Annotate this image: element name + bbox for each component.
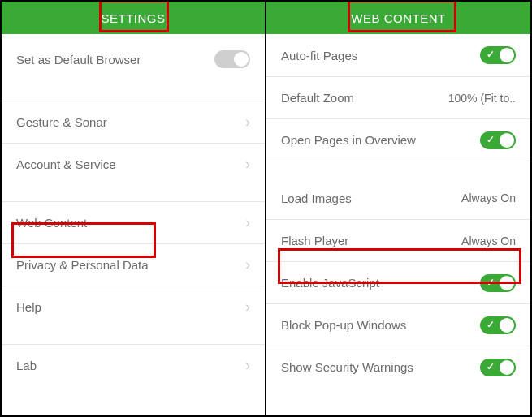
toggle-knob bbox=[500, 276, 514, 290]
label-account: Account & Service bbox=[16, 157, 116, 171]
settings-header: SETTINGS bbox=[2, 2, 265, 34]
chevron-right-icon: › bbox=[245, 357, 250, 374]
row-default-zoom[interactable]: Default Zoom 100% (Fit to.. bbox=[266, 76, 530, 118]
row-autofit[interactable]: Auto-fit Pages ✓ bbox=[266, 34, 530, 76]
toggle-knob bbox=[500, 360, 514, 375]
separator bbox=[266, 161, 530, 177]
row-block-popups[interactable]: Block Pop-up Windows ✓ bbox=[266, 303, 530, 346]
check-icon: ✓ bbox=[487, 361, 495, 372]
webcontent-list: Auto-fit Pages ✓ Default Zoom 100% (Fit … bbox=[266, 34, 530, 415]
settings-list: Set as Default Browser Gesture & Sonar ›… bbox=[2, 34, 265, 415]
label-default-zoom: Default Zoom bbox=[281, 91, 354, 105]
value-default-zoom: 100% (Fit to.. bbox=[448, 92, 516, 105]
row-web-content[interactable]: Web Content › bbox=[2, 201, 265, 243]
row-enable-js[interactable]: Enable JavaScript ✓ bbox=[266, 261, 530, 303]
toggle-open-overview[interactable]: ✓ bbox=[480, 131, 516, 149]
chevron-right-icon: › bbox=[245, 299, 250, 316]
row-load-images[interactable]: Load Images Always On bbox=[266, 177, 530, 219]
label-default-browser: Set as Default Browser bbox=[16, 53, 141, 67]
value-flash: Always On bbox=[461, 234, 516, 247]
label-lab: Lab bbox=[16, 359, 37, 372]
toggle-enable-js[interactable]: ✓ bbox=[480, 274, 516, 292]
row-default-browser[interactable]: Set as Default Browser bbox=[2, 34, 265, 84]
label-block-popups: Block Pop-up Windows bbox=[281, 318, 406, 332]
chevron-right-icon: › bbox=[245, 214, 250, 231]
row-account-service[interactable]: Account & Service › bbox=[2, 143, 265, 185]
settings-title: SETTINGS bbox=[101, 11, 165, 25]
webcontent-header: WEB CONTENT bbox=[266, 2, 530, 34]
row-help[interactable]: Help › bbox=[2, 286, 265, 328]
value-load-images: Always On bbox=[461, 191, 516, 204]
row-open-overview[interactable]: Open Pages in Overview ✓ bbox=[266, 118, 530, 161]
toggle-block-popups[interactable]: ✓ bbox=[480, 316, 516, 334]
label-help: Help bbox=[16, 300, 41, 314]
chevron-right-icon: › bbox=[245, 156, 250, 173]
toggle-knob bbox=[500, 318, 514, 333]
label-gesture: Gesture & Sonar bbox=[16, 115, 107, 129]
toggle-knob bbox=[500, 133, 514, 148]
row-lab[interactable]: Lab › bbox=[2, 344, 265, 386]
separator bbox=[2, 328, 265, 344]
separator bbox=[2, 84, 265, 101]
label-web-content: Web Content bbox=[16, 216, 87, 230]
settings-panel: SETTINGS Set as Default Browser Gesture … bbox=[2, 2, 266, 415]
label-open-overview: Open Pages in Overview bbox=[281, 133, 416, 147]
row-gesture-sonar[interactable]: Gesture & Sonar › bbox=[2, 101, 265, 143]
label-security-warn: Show Security Warnings bbox=[281, 360, 413, 374]
check-icon: ✓ bbox=[487, 134, 495, 145]
chevron-right-icon: › bbox=[245, 114, 250, 131]
label-load-images: Load Images bbox=[281, 191, 352, 205]
toggle-default-browser[interactable] bbox=[214, 50, 250, 68]
toggle-security-warn[interactable]: ✓ bbox=[480, 359, 516, 376]
webcontent-title: WEB CONTENT bbox=[351, 11, 445, 25]
row-flash-player[interactable]: Flash Player Always On bbox=[266, 219, 530, 261]
row-security-warn[interactable]: Show Security Warnings ✓ bbox=[266, 346, 530, 388]
check-icon: ✓ bbox=[487, 49, 495, 60]
separator bbox=[2, 185, 265, 201]
label-privacy: Privacy & Personal Data bbox=[16, 258, 149, 272]
webcontent-panel: WEB CONTENT Auto-fit Pages ✓ Default Zoo… bbox=[266, 2, 530, 415]
label-enable-js: Enable JavaScript bbox=[281, 276, 379, 290]
chevron-right-icon: › bbox=[245, 256, 250, 273]
check-icon: ✓ bbox=[487, 277, 495, 288]
label-autofit: Auto-fit Pages bbox=[281, 49, 357, 62]
toggle-autofit[interactable]: ✓ bbox=[480, 46, 516, 64]
toggle-knob bbox=[234, 52, 249, 67]
label-flash: Flash Player bbox=[281, 234, 348, 247]
row-privacy[interactable]: Privacy & Personal Data › bbox=[2, 243, 265, 286]
toggle-knob bbox=[500, 48, 514, 62]
check-icon: ✓ bbox=[487, 319, 495, 330]
